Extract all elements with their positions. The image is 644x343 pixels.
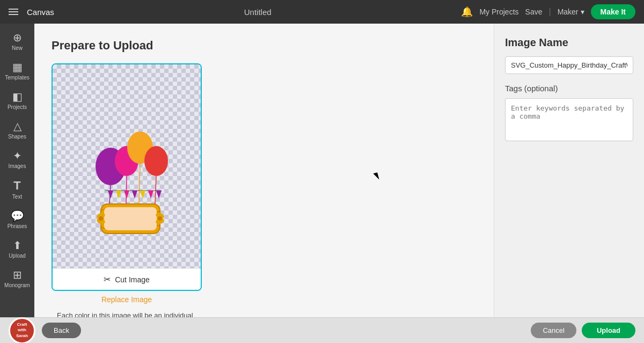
sidebar-item-templates[interactable]: ▦ Templates	[0, 57, 34, 85]
sidebar-label-new: New	[12, 45, 23, 51]
phrases-icon: 💬	[11, 210, 24, 221]
projects-icon: ◧	[12, 91, 23, 102]
svg-point-23	[158, 216, 162, 221]
mouse-cursor	[373, 172, 379, 181]
my-projects-link[interactable]: My Projects	[479, 8, 518, 16]
sidebar-label-shapes: Shapes	[8, 134, 26, 140]
topbar-right: 🔔 My Projects Save | Maker ▾ Make It	[461, 4, 635, 19]
description-text: Each color in this image will be an indi…	[57, 310, 196, 317]
content-area: Prepare to Upload	[34, 24, 644, 317]
birthday-illustration	[73, 91, 180, 242]
upload-icon: ⬆	[13, 240, 22, 251]
topbar: Canvas Untitled 🔔 My Projects Save | Mak…	[0, 0, 644, 24]
document-title: Untitled	[63, 8, 453, 17]
sidebar-item-monogram[interactable]: ⊞ Monogram	[0, 265, 34, 293]
sidebar-label-projects: Projects	[8, 104, 27, 110]
upload-card: ✂ Cut Image Replace Image Each color in …	[52, 63, 202, 317]
save-button[interactable]: Save	[525, 8, 543, 16]
main-layout: ⊕ New ▦ Templates ◧ Projects △ Shapes ✦ …	[0, 24, 644, 317]
main-panel: Prepare to Upload	[34, 24, 494, 317]
sidebar-item-text[interactable]: T Text	[0, 176, 34, 204]
templates-icon: ▦	[12, 62, 23, 72]
image-name-input[interactable]	[505, 56, 633, 74]
shapes-icon: △	[13, 121, 21, 132]
tags-input[interactable]	[505, 98, 633, 141]
sidebar-label-monogram: Monogram	[4, 282, 30, 288]
right-panel: Image Name Tags (optional)	[494, 24, 644, 317]
bottom-left: CraftwithSarah Back	[9, 317, 81, 344]
sidebar-label-upload: Upload	[9, 253, 26, 259]
app-title: Canvas	[27, 8, 54, 17]
sidebar: ⊕ New ▦ Templates ◧ Projects △ Shapes ✦ …	[0, 24, 34, 317]
sidebar-label-text: Text	[12, 194, 22, 200]
hamburger-menu[interactable]	[9, 9, 18, 15]
cut-image-bar: ✂ Cut Image	[53, 268, 201, 290]
sidebar-item-phrases[interactable]: 💬 Phrases	[0, 206, 34, 233]
replace-image-button[interactable]: Replace Image	[101, 295, 152, 304]
sidebar-item-projects[interactable]: ◧ Projects	[0, 87, 34, 114]
new-icon: ⊕	[13, 32, 22, 43]
sidebar-item-upload[interactable]: ⬆ Upload	[0, 236, 34, 263]
svg-line-7	[155, 176, 156, 204]
bottom-bar: CraftwithSarah Back Cancel Upload	[0, 317, 644, 343]
svg-point-20	[99, 216, 103, 221]
scissors-icon: ✂	[104, 274, 111, 284]
svg-marker-10	[116, 191, 121, 199]
tags-title: Tags (optional)	[505, 84, 633, 93]
svg-marker-12	[132, 191, 137, 199]
upload-button[interactable]: Upload	[582, 323, 635, 338]
svg-marker-11	[124, 191, 129, 199]
svg-line-3	[126, 176, 127, 204]
cut-image-label: Cut Image	[115, 275, 150, 284]
sidebar-item-shapes[interactable]: △ Shapes	[0, 116, 34, 144]
svg-marker-13	[140, 191, 145, 199]
image-preview-box: ✂ Cut Image	[52, 63, 202, 291]
topbar-divider: |	[548, 7, 551, 17]
svg-marker-9	[108, 191, 113, 199]
text-icon: T	[13, 180, 20, 192]
sidebar-label-images: Images	[9, 163, 26, 169]
sidebar-label-templates: Templates	[5, 75, 30, 81]
sidebar-item-images[interactable]: ✦ Images	[0, 146, 34, 173]
svg-point-6	[144, 146, 168, 176]
bell-icon[interactable]: 🔔	[461, 6, 473, 18]
make-it-button[interactable]: Make It	[591, 4, 635, 19]
bottom-right: Cancel Upload	[531, 323, 635, 338]
page-title: Prepare to Upload	[52, 39, 477, 53]
monogram-icon: ⊞	[13, 269, 22, 280]
sidebar-label-phrases: Phrases	[8, 223, 27, 229]
svg-line-5	[139, 164, 140, 204]
sidebar-item-new[interactable]: ⊕ New	[0, 28, 34, 55]
craft-logo: CraftwithSarah	[9, 317, 35, 344]
svg-marker-14	[148, 191, 153, 199]
image-name-title: Image Name	[505, 37, 633, 49]
images-icon: ✦	[13, 150, 22, 161]
cancel-button[interactable]: Cancel	[531, 323, 576, 338]
maker-dropdown[interactable]: Maker ▾	[558, 8, 584, 16]
svg-marker-15	[156, 191, 162, 199]
back-button[interactable]: Back	[42, 323, 81, 338]
svg-rect-17	[104, 207, 157, 230]
checker-background	[53, 64, 201, 268]
